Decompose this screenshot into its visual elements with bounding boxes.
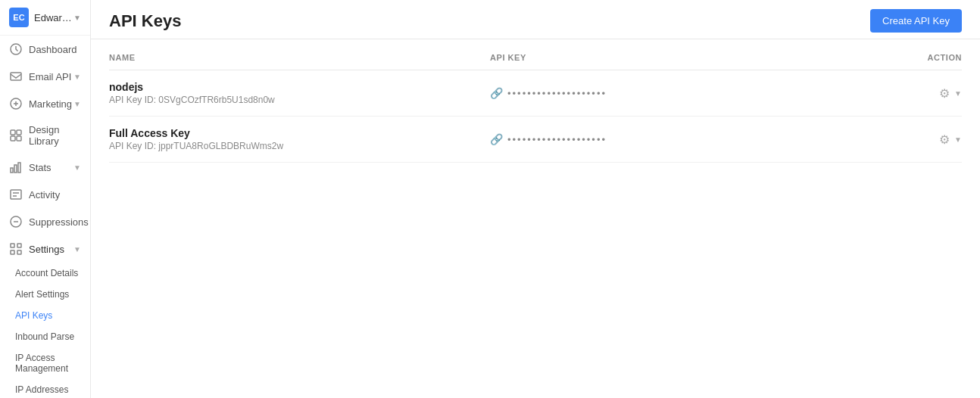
- submenu-item-inbound-parse[interactable]: Inbound Parse: [0, 326, 90, 347]
- sidebar-item-label: Suppressions: [29, 216, 89, 228]
- marketing-icon: [9, 97, 23, 110]
- sidebar-item-email-api[interactable]: Email API ▼: [0, 63, 90, 90]
- svg-rect-4: [17, 130, 21, 135]
- sidebar-item-label: Activity: [29, 189, 81, 201]
- user-name: Edward Cho: [34, 12, 73, 23]
- page-header: API Keys Create API Key: [91, 0, 980, 39]
- api-keys-table: NAME API KEY ACTION nodejs API Key ID: 0…: [91, 39, 980, 398]
- gear-button[interactable]: ⚙: [936, 129, 953, 150]
- chevron-down-icon: ▼: [73, 245, 81, 253]
- svg-rect-6: [17, 136, 21, 141]
- submenu-item-account-details[interactable]: Account Details: [0, 263, 90, 284]
- create-api-key-button[interactable]: Create API Key: [870, 9, 962, 33]
- sidebar-item-design-library[interactable]: Design Library: [0, 117, 90, 154]
- svg-rect-13: [17, 244, 21, 247]
- api-key-value-cell: 🔗 ••••••••••••••••••••: [490, 87, 871, 99]
- link-icon: 🔗: [490, 87, 503, 99]
- api-key-id: API Key ID: jpprTUA8RoGLBDBRuWms2w: [109, 141, 490, 151]
- sidebar-item-label: Dashboard: [29, 44, 81, 55]
- sidebar-item-label: Stats: [29, 162, 73, 173]
- api-key-dots: ••••••••••••••••••••: [507, 134, 607, 145]
- sidebar-item-label: Marketing: [29, 98, 73, 110]
- gear-button[interactable]: ⚙: [936, 83, 953, 104]
- api-key-name: nodejs: [109, 81, 490, 93]
- api-key-dots: ••••••••••••••••••••: [507, 88, 607, 99]
- chevron-down-icon: ▼: [954, 135, 962, 144]
- submenu-item-alert-settings[interactable]: Alert Settings: [0, 284, 90, 305]
- sidebar-item-label: Email API: [29, 71, 73, 82]
- api-name-cell: Full Access Key API Key ID: jpprTUA8RoGL…: [109, 127, 490, 151]
- svg-rect-10: [11, 190, 21, 199]
- email-api-icon: [9, 70, 23, 83]
- table-row: nodejs API Key ID: 0SVgCOzfTR6rb5U1sd8n0…: [109, 70, 962, 117]
- dashboard-icon: [9, 42, 23, 56]
- sidebar-item-settings[interactable]: Settings ▼: [0, 235, 90, 263]
- chevron-down-icon: ▼: [73, 73, 81, 81]
- suppressions-icon: [9, 215, 23, 229]
- svg-rect-12: [11, 244, 14, 247]
- table-row: Full Access Key API Key ID: jpprTUA8RoGL…: [109, 117, 962, 163]
- sidebar-item-suppressions[interactable]: Suppressions ▼: [0, 208, 90, 235]
- page-title: API Keys: [109, 11, 181, 31]
- settings-icon: [9, 242, 23, 256]
- sidebar-item-label: Design Library: [29, 124, 81, 147]
- svg-rect-8: [14, 165, 17, 173]
- table-header: NAME API KEY ACTION: [109, 45, 962, 70]
- api-key-id: API Key ID: 0SVgCOzfTR6rb5U1sd8n0w: [109, 95, 490, 105]
- user-chevron-icon: ▼: [73, 14, 81, 22]
- user-menu[interactable]: EC Edward Cho ▼: [0, 0, 90, 36]
- submenu-item-ip-access-management[interactable]: IP Access Management: [0, 347, 90, 379]
- svg-rect-1: [11, 73, 21, 80]
- sidebar-item-activity[interactable]: Activity: [0, 181, 90, 208]
- sidebar-item-marketing[interactable]: Marketing ▼: [0, 90, 90, 117]
- svg-rect-14: [11, 250, 14, 254]
- link-icon: 🔗: [490, 133, 503, 145]
- submenu-item-api-keys[interactable]: API Keys: [0, 305, 90, 326]
- avatar: EC: [9, 8, 29, 27]
- design-library-icon: [9, 129, 23, 142]
- api-name-cell: nodejs API Key ID: 0SVgCOzfTR6rb5U1sd8n0…: [109, 81, 490, 105]
- api-key-name: Full Access Key: [109, 127, 490, 139]
- svg-rect-15: [17, 250, 21, 254]
- chevron-down-icon: ▼: [73, 100, 81, 108]
- sidebar: EC Edward Cho ▼ Dashboard Email API ▼: [0, 0, 91, 398]
- sidebar-item-label: Settings: [29, 244, 73, 255]
- main-content: API Keys Create API Key NAME API KEY ACT…: [91, 0, 980, 398]
- api-key-value-cell: 🔗 ••••••••••••••••••••: [490, 133, 871, 145]
- column-header-api-key: API KEY: [490, 53, 871, 62]
- chevron-down-icon: ▼: [954, 89, 962, 98]
- stats-icon: [9, 160, 23, 174]
- settings-submenu: Account Details Alert Settings API Keys …: [0, 263, 90, 398]
- svg-rect-7: [11, 168, 13, 173]
- action-cell: ⚙ ▼: [871, 83, 962, 104]
- sidebar-item-stats[interactable]: Stats ▼: [0, 154, 90, 181]
- svg-rect-3: [11, 130, 15, 135]
- activity-icon: [9, 188, 23, 201]
- column-header-action: ACTION: [871, 53, 962, 62]
- action-cell: ⚙ ▼: [871, 129, 962, 150]
- submenu-item-ip-addresses[interactable]: IP Addresses: [0, 379, 90, 398]
- svg-rect-9: [18, 163, 20, 173]
- sidebar-item-dashboard[interactable]: Dashboard: [0, 36, 90, 63]
- svg-rect-5: [11, 136, 15, 141]
- chevron-down-icon: ▼: [73, 163, 81, 172]
- column-header-name: NAME: [109, 53, 490, 62]
